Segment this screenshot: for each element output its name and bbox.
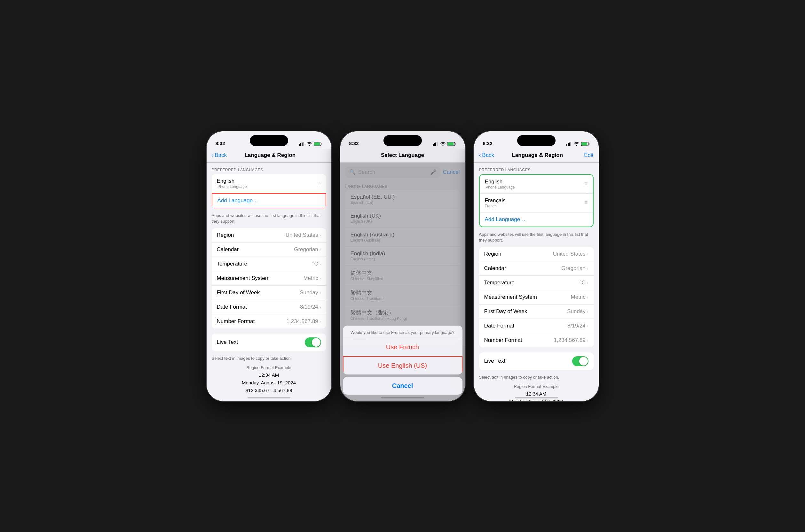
wifi-icon-3 (574, 142, 579, 146)
svg-rect-17 (570, 142, 571, 146)
calendar-row-1[interactable]: Calendar Gregorian › (212, 243, 326, 257)
firstday-label-1: First Day of Week (217, 289, 260, 296)
region-value-1: United States (286, 232, 318, 239)
settings-group-3: Region United States › Calendar Gregoria… (479, 247, 593, 347)
measurement-right-1: Metric › (304, 275, 321, 282)
english-right-1: ≡ (317, 180, 321, 187)
region-chevron-3: › (587, 251, 588, 256)
status-time-3: 8:32 (483, 140, 493, 146)
status-icons-3 (566, 142, 590, 146)
livetext-toggle-1[interactable] (305, 337, 321, 347)
action-cancel-btn-2[interactable]: Cancel (343, 377, 462, 395)
signal-icon-2 (433, 142, 438, 146)
numberformat-chevron-3: › (587, 338, 588, 343)
calendar-label-1: Calendar (217, 246, 239, 253)
dateformat-label-1: Date Format (217, 304, 247, 310)
numberformat-label-1: Number Format (217, 318, 255, 325)
edit-button-3[interactable]: Edit (581, 152, 593, 158)
signal-icon-3 (566, 142, 572, 146)
action-sheet-2: Would you like to use French as your pri… (340, 326, 465, 401)
screen-content-3: PREFERRED LANGUAGES English iPhone Langu… (474, 163, 599, 401)
phone-2: 8:32 Select Language 🔍 Search 🎤 (340, 131, 465, 401)
battery-icon-3 (581, 142, 590, 146)
battery-icon-1 (314, 142, 323, 146)
language-row-english-left-3: English iPhone Language (485, 178, 515, 189)
english-right-3: ≡ (584, 180, 588, 187)
settings-group-1: Region United States › Calendar Gregoria… (212, 228, 326, 328)
screen-content-1: PREFERRED LANGUAGES English iPhone Langu… (207, 163, 331, 401)
region-row-3[interactable]: Region United States › (479, 247, 593, 261)
back-label-1: Back (215, 152, 227, 158)
numberformat-row-1[interactable]: Number Format 1,234,567.89 › (212, 315, 326, 328)
phone-3: 8:32 ‹ Back Language & Region Edit PREFE… (474, 131, 599, 401)
home-indicator-1 (248, 397, 290, 398)
measurement-label-3: Measurement System (484, 294, 537, 300)
home-indicator-3 (515, 397, 558, 398)
select-lang-title-2: Select Language (381, 152, 424, 158)
measurement-row-1[interactable]: Measurement System Metric › (212, 271, 326, 286)
calendar-right-1: Gregorian › (294, 246, 321, 253)
temperature-right-1: °C › (312, 261, 321, 267)
english-sub-1: iPhone Language (217, 184, 247, 189)
language-row-english-3[interactable]: English iPhone Language ≡ (480, 175, 593, 194)
region-right-1: United States › (286, 232, 321, 239)
firstday-row-1[interactable]: First Day of Week Sunday › (212, 286, 326, 300)
add-language-text-1: Add Language… (218, 197, 258, 204)
temperature-chevron-3: › (587, 280, 588, 285)
language-row-english-left-1: English iPhone Language (217, 178, 247, 189)
add-language-row-3[interactable]: Add Language… (480, 212, 593, 227)
toggle-knob-3 (579, 357, 588, 365)
drag-handle-3a: ≡ (584, 180, 588, 187)
numberformat-row-3[interactable]: Number Format 1,234,567.89 › (479, 333, 593, 347)
firstday-chevron-3: › (587, 309, 588, 314)
dateformat-right-1: 8/19/24 › (300, 304, 321, 310)
svg-rect-6 (322, 143, 323, 145)
svg-rect-1 (300, 143, 301, 146)
svg-rect-15 (568, 143, 569, 146)
svg-rect-7 (433, 144, 434, 146)
back-button-3[interactable]: ‹ Back (479, 152, 494, 158)
preferred-languages-group-1: English iPhone Language ≡ Add Language… (212, 174, 326, 208)
svg-rect-12 (448, 142, 454, 145)
language-row-french-left-3: Français French (485, 197, 506, 208)
numberformat-chevron-1: › (319, 319, 321, 324)
temperature-row-3[interactable]: Temperature °C › (479, 276, 593, 290)
chevron-left-icon-1: ‹ (212, 152, 214, 158)
english-label-1: English (217, 178, 247, 184)
dateformat-value-3: 8/19/24 (567, 323, 586, 329)
nav-bar-1: ‹ Back Language & Region (207, 149, 331, 163)
format-example-1: Region Format Example 12:34 AM Monday, A… (212, 365, 326, 394)
temperature-row-1[interactable]: Temperature °C › (212, 257, 326, 271)
french-right-3: ≡ (584, 200, 588, 206)
nav-bar-3: ‹ Back Language & Region Edit (474, 149, 599, 163)
dateformat-row-1[interactable]: Date Format 8/19/24 › (212, 300, 326, 315)
language-row-english-1[interactable]: English iPhone Language ≡ (212, 174, 326, 193)
region-row-1[interactable]: Region United States › (212, 228, 326, 243)
firstday-value-3: Sunday (567, 308, 586, 315)
numberformat-label-3: Number Format (484, 337, 522, 343)
livetext-row-3[interactable]: Live Text (479, 353, 593, 370)
calendar-row-3[interactable]: Calendar Gregorian › (479, 261, 593, 276)
svg-rect-14 (566, 144, 567, 146)
measurement-row-3[interactable]: Measurement System Metric › (479, 290, 593, 304)
language-row-french-3[interactable]: Français French ≡ (480, 194, 593, 212)
svg-rect-19 (582, 142, 587, 145)
dateformat-row-3[interactable]: Date Format 8/19/24 › (479, 319, 593, 333)
back-label-3: Back (482, 152, 494, 158)
livetext-row-1[interactable]: Live Text (212, 334, 326, 351)
section-header-preferred-3: PREFERRED LANGUAGES (474, 163, 599, 174)
firstday-row-3[interactable]: First Day of Week Sunday › (479, 304, 593, 319)
back-button-1[interactable]: ‹ Back (212, 152, 227, 158)
dynamic-island-2 (383, 135, 422, 146)
add-language-row-1[interactable]: Add Language… (212, 193, 326, 208)
use-french-btn[interactable]: Use French (343, 338, 462, 356)
use-english-btn[interactable]: Use English (US) (343, 356, 462, 375)
calendar-label-3: Calendar (484, 265, 506, 271)
french-label-3: Français (485, 197, 506, 204)
livetext-toggle-3[interactable] (572, 356, 588, 366)
helper-text-languages-3: Apps and websites will use the first lan… (474, 230, 599, 247)
measurement-value-3: Metric (571, 294, 586, 300)
svg-rect-16 (569, 142, 570, 146)
english-sub-3: iPhone Language (485, 185, 515, 189)
format-example-3: Region Format Example 12:34 AM Monday, A… (479, 384, 593, 401)
